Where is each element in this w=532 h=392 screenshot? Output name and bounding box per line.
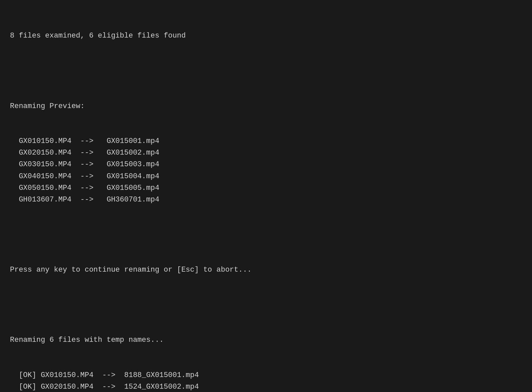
preview-items: GX010150.MP4 --> GX015001.mp4GX020150.MP… bbox=[10, 135, 522, 205]
summary-line: 8 files examined, 6 eligible files found bbox=[10, 30, 522, 42]
temp-rename-header: Renaming 6 files with temp names... bbox=[10, 334, 522, 346]
preview-item: GX030150.MP4 --> GX015003.mp4 bbox=[10, 159, 522, 170]
preview-header: Renaming Preview: bbox=[10, 100, 522, 112]
preview-item: GX020150.MP4 --> GX015002.mp4 bbox=[10, 147, 522, 159]
preview-item: GH013607.MP4 --> GH360701.mp4 bbox=[10, 194, 522, 205]
temp-item: [OK] GX010150.MP4 --> 8188_GX015001.mp4 bbox=[10, 369, 522, 381]
preview-item: GX010150.MP4 --> GX015001.mp4 bbox=[10, 135, 522, 147]
terminal-output: 8 files examined, 6 eligible files found… bbox=[10, 7, 522, 392]
preview-item: GX040150.MP4 --> GX015004.mp4 bbox=[10, 171, 522, 182]
preview-item: GX050150.MP4 --> GX015005.mp4 bbox=[10, 182, 522, 194]
temp-items: [OK] GX010150.MP4 --> 8188_GX015001.mp4[… bbox=[10, 369, 522, 392]
press-any-key: Press any key to continue renaming or [E… bbox=[10, 264, 522, 276]
temp-item: [OK] GX020150.MP4 --> 1524_GX015002.mp4 bbox=[10, 381, 522, 392]
